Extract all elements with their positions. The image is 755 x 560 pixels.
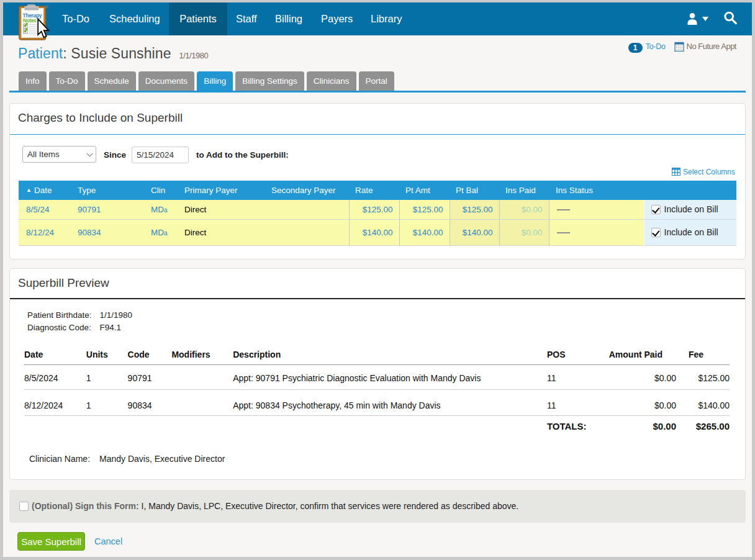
svg-text:Notes: Notes bbox=[23, 17, 37, 24]
